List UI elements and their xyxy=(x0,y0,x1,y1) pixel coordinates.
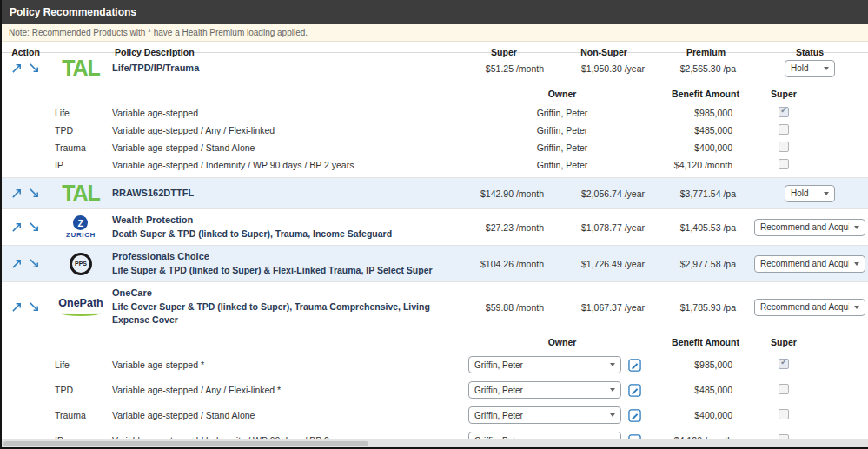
benefit-amount-value: $485,000 xyxy=(658,385,753,395)
horizontal-scrollbar[interactable] xyxy=(2,439,868,447)
super-checkbox[interactable] xyxy=(779,359,789,369)
status-select[interactable]: Recommend and Acquire xyxy=(754,255,865,273)
policy-name: RRAWS162DTTFL xyxy=(112,187,461,201)
policy-block-onepath: OnePath OneCare Life Cover Super & TPD (… xyxy=(2,281,868,449)
detail-header-row: Owner Benefit Amount Super xyxy=(2,83,868,104)
pps-logo: PPS xyxy=(70,253,92,275)
policy-block-tal-life: TAL Life/TPD/IP/Trauma $51.25 /month $1,… xyxy=(2,53,868,177)
detail-header-row: Owner Benefit Amount Super xyxy=(2,332,868,353)
cover-type-label: Life xyxy=(50,360,112,370)
edit-owner-icon[interactable] xyxy=(628,384,641,397)
detail-column-super: Super xyxy=(753,337,814,347)
owner-select[interactable]: Griffin, Peter xyxy=(468,406,621,424)
super-checkbox[interactable] xyxy=(779,124,789,135)
policy-recommendations-page: Policy Recommendations Note: Recommended… xyxy=(0,0,868,449)
policy-block-zurich: Z ZURICH Wealth Protection Death Super &… xyxy=(2,208,868,245)
benefit-amount-value: $485,000 xyxy=(658,125,753,135)
chevron-down-icon xyxy=(854,226,859,229)
tal-logo: TAL xyxy=(62,57,100,79)
non-super-value: $1,078.77 /year xyxy=(547,222,660,233)
super-value: $51.25 /month xyxy=(461,63,547,74)
onepath-swoosh xyxy=(61,310,101,316)
benefit-amount-value: $400,000 xyxy=(658,142,753,153)
onepath-logo: OnePath xyxy=(58,298,103,316)
detail-row-trauma: Trauma Variable age-stepped / Stand Alon… xyxy=(2,403,868,428)
zurich-z-icon: Z xyxy=(73,215,88,230)
cover-description: Variable age-stepped / Any / Flexi-linke… xyxy=(112,385,467,395)
cover-type-label: IP xyxy=(50,160,112,170)
super-checkbox[interactable] xyxy=(779,409,789,419)
premium-value: $1,785.93 /pa xyxy=(660,302,752,313)
policy-name: Professionals Choice xyxy=(112,250,461,264)
detail-row-life: Life Variable age-stepped Griffin, Peter… xyxy=(2,104,868,122)
cover-type-label: TPD xyxy=(50,125,112,135)
cover-type-label: Trauma xyxy=(50,410,112,420)
super-checkbox[interactable] xyxy=(779,159,789,169)
premium-value: $1,405.53 /pa xyxy=(660,222,752,233)
move-up-icon[interactable] xyxy=(11,258,23,269)
edit-owner-icon[interactable] xyxy=(628,409,641,422)
super-checkbox[interactable] xyxy=(779,142,789,152)
policy-row: PPS Professionals Choice Life Super & TP… xyxy=(2,246,868,281)
premium-value: $2,977.58 /pa xyxy=(660,259,752,269)
non-super-value: $1,726.49 /year xyxy=(547,259,660,269)
super-value: $59.88 /month xyxy=(461,302,547,313)
tal-logo: TAL xyxy=(62,182,100,204)
detail-column-owner: Owner xyxy=(467,337,658,347)
chevron-down-icon xyxy=(824,192,829,195)
super-checkbox[interactable] xyxy=(779,107,789,117)
move-down-icon[interactable] xyxy=(29,63,40,74)
detail-column-benefit-amount: Benefit Amount xyxy=(658,89,753,99)
move-up-icon[interactable] xyxy=(11,221,23,233)
owner-select[interactable]: Griffin, Peter xyxy=(468,356,621,373)
policy-block-pps: PPS Professionals Choice Life Super & TP… xyxy=(2,245,868,281)
owner-value: Griffin, Peter xyxy=(467,160,658,170)
cover-description: Variable age-stepped / Indemnity / WP 90… xyxy=(112,160,467,170)
detail-column-benefit-amount: Benefit Amount xyxy=(658,337,753,347)
cover-description: Variable age-stepped * xyxy=(112,360,467,370)
benefit-amount-value: $400,000 xyxy=(658,410,753,420)
table-header-row: Action Policy Description Super Non-Supe… xyxy=(2,42,868,53)
health-premium-note: Note: Recommended Products with * have a… xyxy=(2,24,868,42)
policy-row: Z ZURICH Wealth Protection Death Super &… xyxy=(2,209,868,245)
cover-description: Variable age-stepped / Any / Flexi-linke… xyxy=(112,125,467,135)
move-up-icon[interactable] xyxy=(11,63,23,74)
status-select[interactable]: Hold xyxy=(785,185,835,202)
edit-owner-icon[interactable] xyxy=(628,359,641,372)
super-value: $27.23 /month xyxy=(461,222,547,233)
premium-value: $2,565.30 /pa xyxy=(660,63,752,74)
policy-row: TAL Life/TPD/IP/Trauma $51.25 /month $1,… xyxy=(2,53,868,83)
status-select[interactable]: Recommend and Acquire xyxy=(754,219,865,236)
scrollbar-thumb[interactable] xyxy=(3,441,368,446)
cover-type-label: Trauma xyxy=(50,142,112,153)
benefit-amount-value: $4,120 /month xyxy=(658,160,753,170)
super-value: $142.90 /month xyxy=(461,188,547,199)
policy-description: Life Super & TPD (linked to Super) & Fle… xyxy=(112,264,461,277)
detail-row-tpd: TPD Variable age-stepped / Any / Flexi-l… xyxy=(2,122,868,139)
move-down-icon[interactable] xyxy=(29,221,40,233)
owner-select[interactable]: Griffin, Peter xyxy=(468,381,621,399)
cover-description: Variable age-stepped / Stand Alone xyxy=(112,410,467,420)
move-up-icon[interactable] xyxy=(11,301,23,313)
status-select[interactable]: Hold xyxy=(785,60,835,77)
move-up-icon[interactable] xyxy=(11,188,23,199)
detail-column-owner: Owner xyxy=(467,89,658,99)
policy-name: OneCare xyxy=(112,287,461,300)
move-down-icon[interactable] xyxy=(29,258,40,269)
policy-block-tal-rraws: TAL RRAWS162DTTFL $142.90 /month $2,056.… xyxy=(2,177,868,208)
super-checkbox[interactable] xyxy=(779,384,789,394)
policy-description: Life Cover Super & TPD (linked to Super)… xyxy=(112,300,461,327)
chevron-down-icon xyxy=(610,413,615,417)
cover-type-label: Life xyxy=(50,108,112,118)
chevron-down-icon xyxy=(610,388,615,392)
owner-value: Griffin, Peter xyxy=(467,125,658,135)
move-down-icon[interactable] xyxy=(29,188,40,199)
chevron-down-icon xyxy=(854,262,859,266)
move-down-icon[interactable] xyxy=(29,301,40,313)
status-select[interactable]: Recommend and Acquire xyxy=(754,299,865,316)
detail-row-trauma: Trauma Variable age-stepped / Stand Alon… xyxy=(2,139,868,156)
chevron-down-icon xyxy=(824,67,829,70)
detail-row-tpd: TPD Variable age-stepped / Any / Flexi-l… xyxy=(2,378,868,403)
policy-name: Wealth Protection xyxy=(112,214,461,228)
policy-description: Death Super & TPD (linked to Super), Tra… xyxy=(112,228,461,241)
